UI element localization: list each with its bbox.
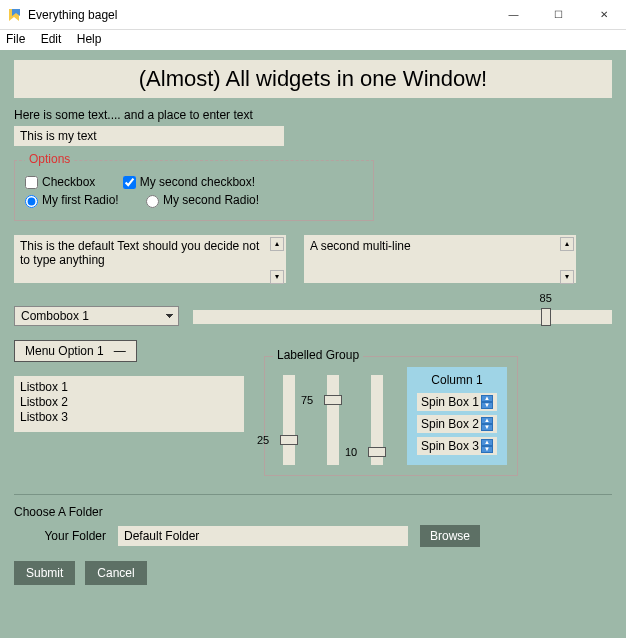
menu-help[interactable]: Help [77, 32, 102, 46]
browse-button[interactable]: Browse [420, 525, 480, 547]
vertical-slider-3[interactable]: 10 [363, 375, 389, 465]
spin-down-icon[interactable]: ▼ [481, 402, 493, 409]
spin-up-icon[interactable]: ▲ [481, 395, 493, 402]
combobox[interactable]: Combobox 1 [14, 306, 179, 326]
multiline-1[interactable] [14, 235, 286, 283]
radio-1-label[interactable]: My first Radio! [25, 193, 119, 207]
options-legend: Options [25, 152, 74, 166]
options-fieldset: Options Checkbox My second checkbox! My … [14, 160, 374, 221]
headline: (Almost) All widgets in one Window! [14, 60, 612, 98]
spin-up-icon[interactable]: ▲ [481, 439, 493, 446]
maximize-button[interactable]: ☐ [536, 0, 581, 30]
spinbox-3[interactable]: Spin Box 3 ▲▼ [417, 437, 497, 455]
vertical-slider-1[interactable]: 25 [275, 375, 301, 465]
app-icon [6, 7, 22, 23]
scroll-up-icon[interactable]: ▴ [270, 237, 284, 251]
scroll-down-icon[interactable]: ▾ [270, 270, 284, 284]
labelled-group-legend: Labelled Group [273, 348, 363, 362]
slider-value: 85 [540, 292, 552, 304]
list-item[interactable]: Listbox 3 [20, 410, 238, 425]
spin-down-icon[interactable]: ▼ [481, 424, 493, 431]
radio-2[interactable] [146, 195, 159, 208]
separator [14, 494, 612, 495]
slider-thumb[interactable] [324, 395, 342, 405]
listbox[interactable]: Listbox 1 Listbox 2 Listbox 3 [14, 376, 244, 432]
minimize-button[interactable]: — [491, 0, 536, 30]
titlebar: Everything bagel — ☐ ✕ [0, 0, 626, 30]
folder-input[interactable] [118, 526, 408, 546]
menubar: File Edit Help [0, 30, 626, 50]
submit-button[interactable]: Submit [14, 561, 75, 585]
scrollbar-2[interactable]: ▴ ▾ [560, 237, 574, 284]
list-item[interactable]: Listbox 1 [20, 380, 238, 395]
menu-arrow-icon: — [114, 344, 126, 358]
menu-option-button[interactable]: Menu Option 1 — [14, 340, 137, 362]
radio-2-label[interactable]: My second Radio! [146, 193, 259, 207]
checkbox-2[interactable] [123, 176, 136, 189]
horizontal-slider[interactable]: 85 [193, 306, 612, 328]
list-item[interactable]: Listbox 2 [20, 395, 238, 410]
radio-1[interactable] [25, 195, 38, 208]
spin-column: Column 1 Spin Box 1 ▲▼ Spin Box 2 ▲▼ Spi… [407, 367, 507, 465]
checkbox-1[interactable] [25, 176, 38, 189]
vertical-slider-2[interactable]: 75 [319, 375, 345, 465]
window-controls: — ☐ ✕ [491, 0, 626, 30]
folder-field-label: Your Folder [14, 529, 106, 543]
spin-down-icon[interactable]: ▼ [481, 446, 493, 453]
multiline-2[interactable] [304, 235, 576, 283]
labelled-group: Labelled Group 25 75 10 Column 1 Spin Bo… [264, 356, 518, 476]
spin-up-icon[interactable]: ▲ [481, 417, 493, 424]
client-area: (Almost) All widgets in one Window! Here… [0, 50, 626, 638]
cancel-button[interactable]: Cancel [85, 561, 146, 585]
scrollbar-1[interactable]: ▴ ▾ [270, 237, 284, 284]
slider-thumb[interactable] [541, 308, 551, 326]
intro-label: Here is some text.... and a place to ent… [14, 108, 612, 122]
menu-edit[interactable]: Edit [41, 32, 62, 46]
folder-section-label: Choose A Folder [14, 505, 612, 519]
checkbox-1-label[interactable]: Checkbox [25, 175, 95, 189]
spinbox-1[interactable]: Spin Box 1 ▲▼ [417, 393, 497, 411]
text-input[interactable] [14, 126, 284, 146]
window-title: Everything bagel [28, 8, 491, 22]
checkbox-2-label[interactable]: My second checkbox! [123, 175, 255, 189]
spin-column-header: Column 1 [417, 373, 497, 387]
close-button[interactable]: ✕ [581, 0, 626, 30]
slider-thumb[interactable] [280, 435, 298, 445]
slider-thumb[interactable] [368, 447, 386, 457]
scroll-up-icon[interactable]: ▴ [560, 237, 574, 251]
spinbox-2[interactable]: Spin Box 2 ▲▼ [417, 415, 497, 433]
scroll-down-icon[interactable]: ▾ [560, 270, 574, 284]
menu-file[interactable]: File [6, 32, 25, 46]
